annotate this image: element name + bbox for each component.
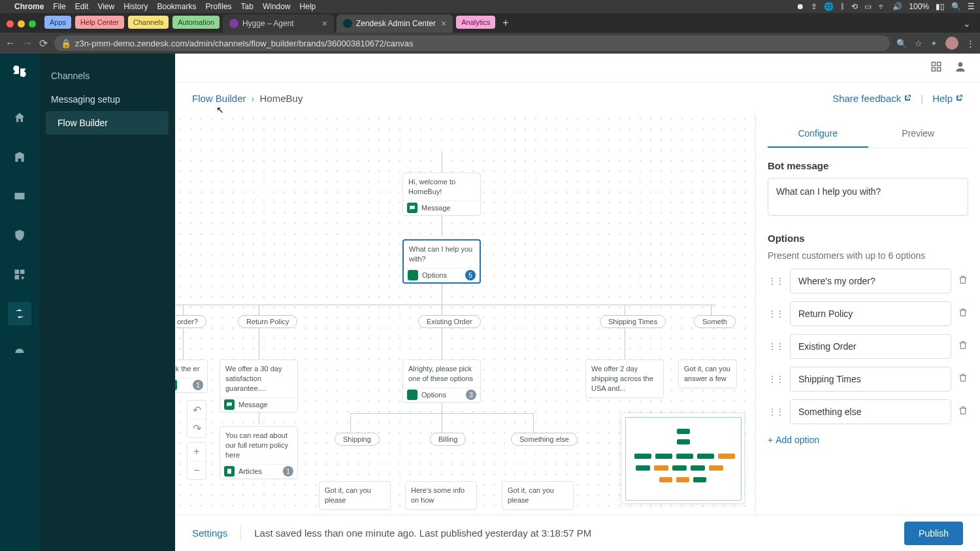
rail-card[interactable] <box>8 184 31 208</box>
node-guarantee[interactable]: We offer a 30 day satisfaction guarantee… <box>220 359 298 412</box>
display-icon[interactable]: ▭ <box>864 2 872 11</box>
rail-building[interactable] <box>8 145 31 169</box>
zoom-icon[interactable]: 🔍 <box>896 39 907 48</box>
tab-overflow-icon[interactable]: ⌄ <box>963 18 971 29</box>
share-feedback-link[interactable]: Share feedback <box>832 93 911 104</box>
tab-hygge[interactable]: Hygge – Agent × <box>223 14 334 33</box>
maximize-window[interactable] <box>29 20 36 27</box>
option-input-1[interactable] <box>790 301 951 326</box>
drag-handle-icon[interactable]: ⋮⋮ <box>768 407 783 417</box>
globe-icon[interactable]: 🌐 <box>824 2 834 11</box>
menu-help[interactable]: Help <box>300 2 316 11</box>
sync-icon[interactable]: ⟲ <box>851 2 858 11</box>
tabgroup-analytics[interactable]: Analytics <box>456 16 495 29</box>
rail-apps[interactable] <box>8 263 31 286</box>
menu-edit[interactable]: Edit <box>75 2 89 11</box>
tabgroup-automation[interactable]: Automation <box>172 16 220 29</box>
node-peek-1[interactable]: Got it, can you please <box>319 481 391 510</box>
node-peek-2[interactable]: Here's some info on how <box>405 481 477 510</box>
share-icon[interactable]: ⇪ <box>811 2 817 11</box>
new-tab-button[interactable]: + <box>502 17 508 29</box>
sidebar-item-messaging-setup[interactable]: Messaging setup <box>39 88 175 111</box>
tabgroup-helpcenter[interactable]: Help Center <box>75 16 124 29</box>
close-window[interactable] <box>7 20 14 27</box>
breadcrumb-root[interactable]: Flow Builder <box>192 93 246 104</box>
drag-handle-icon[interactable]: ⋮⋮ <box>768 309 783 319</box>
close-tab-icon[interactable]: × <box>322 18 327 29</box>
wifi-icon[interactable]: ᯤ <box>878 2 886 11</box>
flow-canvas[interactable]: Hi, welcome to HomeBuy! Message What can… <box>175 114 755 514</box>
zendesk-logo[interactable] <box>11 63 28 84</box>
node-track[interactable]: eck the er 1 <box>175 359 208 393</box>
bt-icon[interactable]: ᛒ <box>840 2 845 11</box>
publish-button[interactable]: Publish <box>904 522 963 545</box>
bot-message-input[interactable] <box>768 178 968 216</box>
node-welcome[interactable]: Hi, welcome to HomeBuy! Message <box>402 173 481 216</box>
menu-history[interactable]: History <box>123 2 148 11</box>
spotlight-icon[interactable]: 🔍 <box>951 2 961 11</box>
flow-option-something[interactable]: Someth <box>694 315 736 328</box>
tab-preview[interactable]: Preview <box>868 120 969 148</box>
window-controls[interactable] <box>7 20 36 27</box>
rail-home[interactable] <box>8 106 31 129</box>
drag-handle-icon[interactable]: ⋮⋮ <box>768 374 783 384</box>
bookmark-icon[interactable]: ☆ <box>915 39 923 48</box>
address-bar[interactable]: 🔒 z3n-pmm-demo.zendesk.com/admin/channel… <box>54 35 890 51</box>
flow-option-order[interactable]: order? <box>175 315 206 328</box>
menu-profiles[interactable]: Profiles <box>206 2 232 11</box>
node-pickone[interactable]: Alrighty, please pick one of these optio… <box>402 359 481 403</box>
zoom-in-button[interactable]: + <box>188 442 206 461</box>
menu-window[interactable]: Window <box>263 2 291 11</box>
redo-button[interactable]: ↷ <box>188 419 206 437</box>
undo-button[interactable]: ↶ <box>188 401 206 419</box>
battery-icon[interactable]: ▮▯ <box>936 2 945 11</box>
zoom-out-button[interactable]: − <box>188 461 206 479</box>
tabgroup-apps[interactable]: Apps <box>44 16 71 29</box>
option-input-4[interactable] <box>790 399 951 424</box>
forward-button[interactable]: → <box>22 37 33 49</box>
flow-option-existing[interactable]: Existing Order <box>418 315 481 328</box>
drag-handle-icon[interactable]: ⋮⋮ <box>768 276 783 286</box>
option-input-2[interactable] <box>790 334 951 359</box>
menu-bookmarks[interactable]: Bookmarks <box>157 2 197 11</box>
back-button[interactable]: ← <box>5 37 16 49</box>
option-input-3[interactable] <box>790 367 951 392</box>
flow-option-sub-billing[interactable]: Billing <box>430 433 466 446</box>
close-tab-icon[interactable]: × <box>441 18 446 29</box>
flow-option-shipping[interactable]: Shipping Times <box>600 315 666 328</box>
option-input-0[interactable] <box>790 269 951 293</box>
tab-configure[interactable]: Configure <box>768 120 868 148</box>
menu-view[interactable]: View <box>97 2 114 11</box>
minimap[interactable] <box>621 412 745 504</box>
extensions-icon[interactable]: ✦ <box>930 39 938 48</box>
delete-option-icon[interactable] <box>958 405 968 418</box>
screenrec-icon[interactable]: ⏺ <box>796 2 804 11</box>
flow-option-sub-else[interactable]: Something else <box>511 433 578 446</box>
menu-file[interactable]: File <box>53 2 65 11</box>
menu-app[interactable]: Chrome <box>14 2 44 11</box>
profile-avatar[interactable] <box>945 37 958 50</box>
sidebar-item-channels[interactable]: Channels <box>39 64 175 88</box>
drag-handle-icon[interactable]: ⋮⋮ <box>768 341 783 352</box>
reload-button[interactable]: ⟳ <box>39 37 48 50</box>
delete-option-icon[interactable] <box>958 373 968 386</box>
node-peek-3[interactable]: Got it, can you please <box>502 481 574 510</box>
settings-link[interactable]: Settings <box>192 527 227 539</box>
tabgroup-channels[interactable]: Channels <box>128 16 169 29</box>
control-center-icon[interactable]: ☰ <box>968 2 975 11</box>
rail-flows[interactable] <box>8 302 31 326</box>
tab-zendesk-admin[interactable]: Zendesk Admin Center × <box>336 14 453 33</box>
help-link[interactable]: Help <box>932 93 963 104</box>
rail-shield[interactable] <box>8 224 31 247</box>
delete-option-icon[interactable] <box>958 275 968 288</box>
delete-option-icon[interactable] <box>958 340 968 353</box>
volume-icon[interactable]: 🔊 <box>892 2 902 11</box>
node-prompt[interactable]: What can I help you with? Options5 <box>402 239 481 284</box>
node-gotit[interactable]: Got it, can you answer a few <box>678 359 737 388</box>
apps-grid-icon[interactable] <box>930 61 942 75</box>
rail-more[interactable] <box>8 341 31 365</box>
node-articles[interactable]: You can read about our full return polic… <box>220 426 298 479</box>
user-menu-icon[interactable] <box>954 60 967 76</box>
add-option-button[interactable]: + Add option <box>768 435 968 445</box>
sidebar-item-flow-builder[interactable]: Flow Builder <box>46 111 169 135</box>
